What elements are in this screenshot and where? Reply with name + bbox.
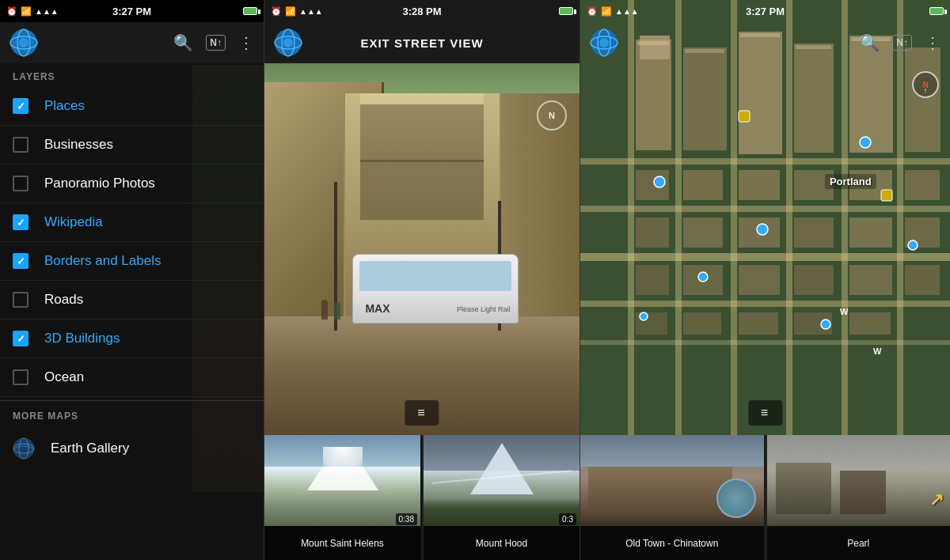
layer-item-businesses[interactable]: Businesses [0, 126, 264, 165]
layer-item-panoramio[interactable]: Panoramio Photos [0, 165, 264, 203]
layer-item-wikipedia[interactable]: Wikipedia [0, 203, 264, 242]
north-icon[interactable]: N↑ [206, 35, 226, 51]
svg-point-68 [640, 312, 648, 320]
clock-3: 3:27 PM [746, 6, 785, 17]
svg-rect-26 [897, 0, 903, 435]
layer-item-places[interactable]: Places [0, 87, 264, 126]
svg-rect-18 [580, 253, 950, 261]
wikipedia-checkbox[interactable] [13, 214, 28, 230]
sv-compass: N [537, 100, 567, 131]
pearl-arrow: ↗ [929, 490, 944, 510]
panel-street-view: ⏰ 📶 ▲▲▲ 3:28 PM EXIT STREET VIEW [264, 0, 580, 560]
aerial-map-bg[interactable]: W W Portland N ↑ ≡ [580, 0, 950, 435]
sv-menu-button[interactable]: ≡ [405, 400, 439, 426]
earth-gallery-item[interactable]: Earth Gallery [0, 426, 264, 471]
p3-menu-button[interactable]: ≡ [748, 400, 782, 426]
roads-checkbox[interactable] [13, 292, 28, 308]
clock-2: 3:28 PM [402, 6, 441, 17]
layer-item-ocean[interactable]: Ocean [0, 358, 264, 397]
battery-icon [243, 7, 257, 15]
layers-section-header: LAYERS [0, 63, 264, 87]
svg-rect-36 [739, 170, 780, 200]
alarm-icon-3: ⏰ [587, 6, 598, 17]
ocean-label: Ocean [44, 369, 84, 385]
north-icon-3[interactable]: N↑ [892, 35, 912, 51]
street-view-scene[interactable]: MAX Please Light Rail N ≡ [264, 63, 580, 435]
snow-peak-2 [470, 443, 534, 494]
svg-rect-23 [731, 0, 737, 435]
svg-point-14 [599, 38, 609, 47]
svg-rect-22 [675, 0, 682, 435]
ocean-checkbox[interactable] [13, 369, 28, 385]
compass-s-label: ↑ [924, 86, 928, 95]
alarm-icon-2: ⏰ [271, 6, 282, 17]
layer-item-roads[interactable]: Roads [0, 281, 264, 320]
thumb-bg-mountain2 [424, 435, 580, 526]
svg-point-66 [821, 320, 830, 329]
thumbnail-old-town-chinatown[interactable]: Old Town - Chinatown [580, 435, 764, 560]
svg-text:W: W [840, 307, 849, 316]
status-icons-left: ⏰ 📶 ▲▲▲ [6, 6, 59, 17]
places-checkbox[interactable] [13, 98, 28, 114]
more-options-icon-3[interactable]: ⋮ [925, 33, 940, 52]
svg-text:W: W [873, 346, 882, 356]
svg-rect-43 [794, 218, 834, 248]
p3-compass: N ↑ [912, 71, 939, 98]
buildings-label: 3D Buildings [44, 331, 120, 346]
layer-item-buildings[interactable]: 3D Buildings [0, 320, 264, 358]
svg-rect-41 [683, 218, 723, 248]
tree-line-2 [424, 498, 580, 526]
thumbnail-pearl[interactable]: ↗ Pearl [766, 435, 951, 560]
thumb-duration-2: 0:3 [559, 513, 576, 525]
wifi-icon: 📶 [21, 6, 32, 17]
google-earth-logo [10, 28, 38, 57]
status-icons-right-2 [559, 7, 573, 15]
svg-rect-40 [636, 218, 669, 248]
layer-item-borders[interactable]: Borders and Labels [0, 242, 264, 281]
panel-layers: ⏰ 📶 ▲▲▲ 3:27 PM 🔍 N↑ ⋮ LAYERS Places [0, 0, 264, 560]
google-earth-logo-3 [590, 28, 618, 57]
street-view-toolbar: EXIT STREET VIEW [264, 22, 580, 63]
svg-rect-17 [580, 206, 950, 212]
globe-icon [13, 437, 35, 460]
svg-point-10 [283, 38, 293, 47]
exit-street-view-label[interactable]: EXIT STREET VIEW [302, 36, 542, 50]
wifi-icon-3: 📶 [601, 6, 612, 17]
businesses-checkbox[interactable] [13, 137, 28, 153]
svg-rect-48 [739, 265, 780, 295]
signal-icon: ▲▲▲ [35, 7, 59, 16]
portland-city-label: Portland [825, 174, 876, 189]
more-options-icon[interactable]: ⋮ [238, 33, 254, 52]
thumbnails-strip-2: 0:38 Mount Saint Helens 0:3 Mount Hood [264, 435, 580, 560]
thumbnail-mt-saint-helens[interactable]: 0:38 Mount Saint Helens [264, 435, 420, 560]
borders-checkbox[interactable] [13, 253, 28, 269]
thumb-label-mt-saint-helens: Mount Saint Helens [264, 526, 420, 560]
status-bar-1: ⏰ 📶 ▲▲▲ 3:27 PM [0, 0, 264, 22]
panoramio-checkbox[interactable] [13, 176, 28, 191]
thumb-label-old-town: Old Town - Chinatown [580, 526, 764, 560]
chinatown-building [588, 459, 732, 514]
sv-tram: MAX Please Light Rail [352, 254, 519, 324]
search-icon[interactable]: 🔍 [173, 33, 193, 52]
hamburger-icon: ≡ [417, 406, 426, 419]
google-earth-logo-2 [274, 28, 302, 57]
thumbnail-mt-hood[interactable]: 0:3 Mount Hood [422, 435, 580, 560]
status-bar-2: ⏰ 📶 ▲▲▲ 3:28 PM [264, 0, 580, 22]
thumb-label-pearl: Pearl [767, 526, 951, 560]
svg-rect-70 [739, 111, 750, 122]
buildings-checkbox[interactable] [13, 331, 28, 346]
sv-pedestrian-2 [334, 302, 340, 320]
svg-rect-51 [905, 265, 940, 295]
svg-rect-46 [636, 265, 669, 295]
earth-map-toolbar: 🔍 N↑ ⋮ [580, 22, 950, 63]
svg-rect-54 [739, 312, 778, 335]
pearl-building-2 [840, 471, 886, 514]
svg-rect-20 [580, 340, 950, 345]
pearl-building-1 [776, 463, 830, 514]
svg-rect-44 [849, 218, 892, 248]
app-toolbar-1: 🔍 N↑ ⋮ [0, 22, 264, 63]
thumb-chinatown-bg [580, 435, 764, 526]
sv-scene-container: MAX Please Light Rail N [264, 63, 580, 435]
search-icon-3[interactable]: 🔍 [860, 33, 880, 52]
svg-point-62 [654, 176, 665, 187]
